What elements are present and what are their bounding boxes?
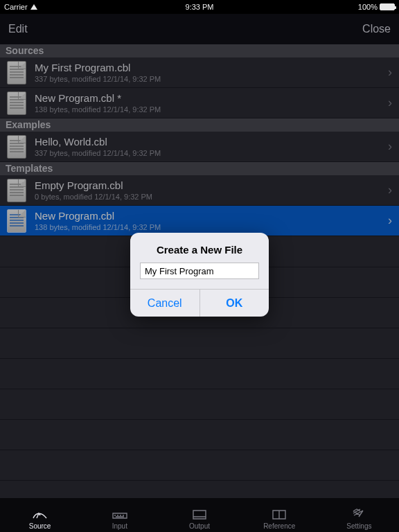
tab-label: Source [29, 522, 51, 530]
file-icon [7, 61, 26, 85]
file-title: My First Program.cbl [35, 62, 382, 74]
file-icon [7, 209, 26, 233]
file-subtitle: 337 bytes, modified 12/1/14, 9:32 PM [35, 148, 382, 158]
chevron-right-icon: › [382, 139, 392, 154]
file-row-selected[interactable]: New Program.cbl 138 bytes, modified 12/1… [0, 206, 399, 236]
file-icon [7, 91, 26, 115]
carrier-label: Carrier [4, 3, 28, 11]
file-row[interactable]: New Program.cbl * 138 bytes, modified 12… [0, 88, 399, 118]
file-title: Empty Program.cbl [35, 179, 382, 192]
tab-source[interactable]: Source [0, 498, 80, 532]
cancel-button[interactable]: Cancel [130, 290, 200, 317]
tab-reference[interactable]: Reference [240, 498, 319, 532]
chevron-right-icon: › [382, 183, 392, 197]
empty-row [0, 328, 399, 358]
chevron-right-icon: › [382, 96, 392, 110]
file-title: New Program.cbl * [35, 92, 382, 105]
file-subtitle: 138 bytes, modified 12/1/14, 9:32 PM [35, 222, 382, 232]
file-subtitle: 138 bytes, modified 12/1/14, 9:32 PM [35, 105, 382, 114]
nav-bar: Edit Close [0, 14, 399, 44]
file-title: Hello, World.cbl [35, 136, 382, 148]
filename-input[interactable] [140, 263, 259, 279]
alert-title: Create a New File [130, 233, 269, 263]
edit-button[interactable]: Edit [8, 23, 28, 35]
tab-bar: Source Input Output Reference Settings [0, 498, 399, 532]
tab-settings[interactable]: Settings [319, 498, 399, 532]
tab-label: Input [112, 522, 127, 530]
wifi-icon [30, 4, 37, 10]
file-row[interactable]: Hello, World.cbl 337 bytes, modified 12/… [0, 132, 399, 162]
file-title: New Program.cbl [35, 210, 382, 222]
empty-row [0, 389, 399, 419]
ok-button[interactable]: OK [200, 290, 269, 317]
input-icon [111, 506, 129, 521]
section-header-examples: Examples [0, 118, 399, 132]
tab-output[interactable]: Output [159, 498, 239, 532]
settings-icon [350, 506, 368, 521]
source-icon [31, 506, 49, 521]
file-row[interactable]: Empty Program.cbl 0 bytes, modified 12/1… [0, 175, 399, 206]
section-header-templates: Templates [0, 162, 399, 175]
battery-label: 100% [358, 3, 378, 11]
output-icon [190, 506, 209, 521]
section-header-sources: Sources [0, 44, 399, 57]
empty-row [0, 419, 399, 450]
file-icon [7, 135, 26, 159]
empty-row [0, 358, 399, 389]
chevron-right-icon: › [382, 213, 392, 228]
battery-icon [380, 3, 395, 10]
empty-row [0, 450, 399, 480]
close-button[interactable]: Close [362, 23, 391, 35]
reference-icon [270, 506, 288, 521]
status-bar: Carrier 9:33 PM 100% [0, 0, 399, 14]
chevron-right-icon: › [382, 65, 392, 80]
file-icon [7, 179, 26, 202]
status-time: 9:33 PM [0, 3, 399, 11]
file-subtitle: 0 bytes, modified 12/1/14, 9:32 PM [35, 192, 382, 202]
tab-label: Reference [263, 522, 295, 530]
tab-input[interactable]: Input [80, 498, 159, 532]
tab-label: Settings [346, 522, 371, 530]
file-row[interactable]: My First Program.cbl 337 bytes, modified… [0, 57, 399, 88]
new-file-alert: Create a New File Cancel OK [130, 233, 269, 317]
tab-label: Output [189, 522, 210, 530]
file-subtitle: 337 bytes, modified 12/1/14, 9:32 PM [35, 74, 382, 84]
